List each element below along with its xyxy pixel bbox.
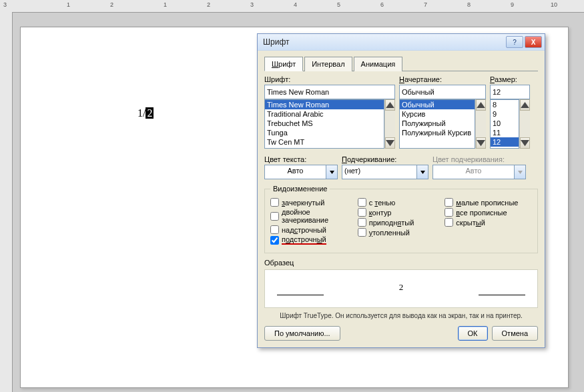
style-scrollbar[interactable] <box>475 99 486 149</box>
superscript-checkbox[interactable]: надстрочный <box>270 225 358 234</box>
help-button[interactable]: ? <box>506 36 523 48</box>
list-item[interactable]: 11 <box>491 128 519 137</box>
list-item[interactable]: 12 <box>491 137 519 147</box>
default-button[interactable]: По умолчанию... <box>264 326 340 341</box>
scroll-up-icon[interactable] <box>476 99 486 111</box>
font-list[interactable]: Times New Roman Traditional Arabic Trebu… <box>264 99 384 149</box>
vertical-ruler <box>0 12 13 392</box>
close-button[interactable]: X <box>525 36 542 48</box>
list-item[interactable]: Traditional Arabic <box>265 109 384 119</box>
dialog-titlebar[interactable]: Шрифт ? X <box>258 34 545 51</box>
style-input[interactable] <box>399 85 486 99</box>
list-item[interactable]: 9 <box>491 109 519 119</box>
underline-color-combo: Авто <box>432 165 526 179</box>
list-item[interactable]: Полужирный <box>400 119 475 128</box>
sample-label: Образец <box>264 259 294 267</box>
effects-group: Видоизменение зачеркнутый двойное зачерк… <box>264 185 538 253</box>
chevron-down-icon[interactable] <box>326 165 338 179</box>
text-color-combo[interactable]: Авто <box>264 165 338 179</box>
horizontal-ruler: 3 1 2 1 2 3 4 5 6 7 8 9 10 <box>0 0 584 13</box>
dblstrike-checkbox[interactable]: двойное зачеркивание <box>270 208 358 224</box>
shadow-checkbox[interactable]: с тенью <box>358 198 445 207</box>
cancel-button[interactable]: Отмена <box>492 326 538 341</box>
list-item[interactable]: Times New Roman <box>265 100 384 109</box>
size-list[interactable]: 8 9 10 11 12 <box>490 99 519 149</box>
scroll-up-icon[interactable] <box>520 99 530 111</box>
font-input[interactable] <box>264 85 395 99</box>
font-dialog: Шрифт ? X Шрифт Интервал Анимация Шрифт:… <box>257 33 545 348</box>
list-item[interactable]: Tunga <box>265 128 384 137</box>
list-item[interactable]: Полужирный Курсив <box>400 128 475 137</box>
font-scrollbar[interactable] <box>384 99 395 149</box>
dialog-tabs: Шрифт Интервал Анимация <box>264 56 538 71</box>
dialog-title: Шрифт <box>260 37 505 47</box>
chevron-down-icon <box>515 165 526 179</box>
list-item[interactable]: Обычный <box>400 100 475 109</box>
scroll-down-icon[interactable] <box>520 137 530 149</box>
list-item[interactable]: Курсив <box>400 109 475 119</box>
chevron-down-icon[interactable] <box>417 165 428 179</box>
truetype-note: Шрифт TrueType. Он используется для выво… <box>264 312 538 319</box>
scroll-down-icon[interactable] <box>385 137 395 149</box>
fraction-text: 1/2 <box>137 107 154 119</box>
list-item[interactable]: Tw Cen MT <box>265 137 384 147</box>
list-item[interactable]: 8 <box>491 100 519 109</box>
allcaps-checkbox[interactable]: все прописные <box>445 208 532 217</box>
smallcaps-checkbox[interactable]: малые прописные <box>445 198 532 207</box>
sample-preview: 2 <box>264 269 538 308</box>
underline-label: Подчеркивание: <box>342 155 428 163</box>
list-item[interactable]: 10 <box>491 119 519 128</box>
size-label: Размер: <box>490 75 530 83</box>
text-color-label: Цвет текста: <box>264 155 338 163</box>
ok-button[interactable]: ОК <box>458 326 488 341</box>
subscript-checkbox[interactable]: подстрочный <box>270 235 358 245</box>
underline-combo[interactable]: (нет) <box>342 165 428 179</box>
strike-checkbox[interactable]: зачеркнутый <box>270 198 358 207</box>
size-input[interactable] <box>490 85 530 99</box>
hidden-checkbox[interactable]: скрытый <box>445 218 532 227</box>
tab-font[interactable]: Шрифт <box>264 57 303 71</box>
tab-spacing[interactable]: Интервал <box>304 57 352 71</box>
font-label: Шрифт: <box>264 75 395 83</box>
size-scrollbar[interactable] <box>519 99 530 149</box>
underline-color-label: Цвет подчеркивания: <box>432 155 526 163</box>
scroll-down-icon[interactable] <box>476 137 486 149</box>
scroll-up-icon[interactable] <box>385 99 395 111</box>
outline-checkbox[interactable]: контур <box>358 208 445 217</box>
list-item[interactable]: Trebuchet MS <box>265 119 384 128</box>
tab-animation[interactable]: Анимация <box>354 57 403 71</box>
style-label: Начертание: <box>399 75 486 83</box>
effects-legend: Видоизменение <box>270 185 330 193</box>
engrave-checkbox[interactable]: утопленный <box>358 228 445 237</box>
emboss-checkbox[interactable]: приподнятый <box>358 218 445 227</box>
style-list[interactable]: Обычный Курсив Полужирный Полужирный Кур… <box>399 99 475 149</box>
